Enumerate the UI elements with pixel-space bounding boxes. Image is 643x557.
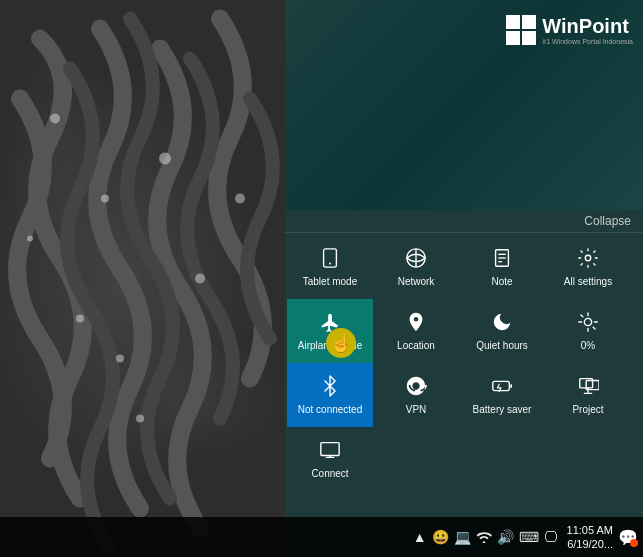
svg-point-18 xyxy=(584,318,591,325)
taskview-icon[interactable]: 🖵 xyxy=(544,529,558,545)
top-area: WinPoint #1 Windows Portal Indonesia xyxy=(285,0,643,210)
svg-point-3 xyxy=(76,315,84,323)
tiles-area: Tablet mode Network Note A xyxy=(285,233,643,557)
svg-line-21 xyxy=(581,314,583,316)
logo-text: WinPoint #1 Windows Portal Indonesia xyxy=(542,15,633,45)
tile-brightness-label: 0% xyxy=(581,340,595,352)
network-signal-icon[interactable] xyxy=(476,529,492,546)
bluetooth-icon xyxy=(319,375,341,400)
network-icon xyxy=(405,247,427,272)
tile-project[interactable]: Project xyxy=(545,363,631,427)
logo-squares-icon xyxy=(506,15,536,45)
sun-icon xyxy=(577,311,599,336)
notification-button[interactable]: 💬 xyxy=(618,528,638,547)
tile-vpn-label: VPN xyxy=(406,404,427,416)
cursor-hand-overlay: ☝ xyxy=(326,328,356,358)
tile-note-label: Note xyxy=(491,276,512,288)
moon-icon xyxy=(491,311,513,336)
tile-battery-saver-label: Battery saver xyxy=(473,404,532,416)
clock[interactable]: 11:05 AM 6/19/20... xyxy=(563,523,613,552)
svg-point-17 xyxy=(585,255,591,261)
tile-tablet-mode-label: Tablet mode xyxy=(303,276,357,288)
svg-point-7 xyxy=(27,236,33,242)
speaker-icon[interactable]: 🔊 xyxy=(497,529,514,545)
svg-point-6 xyxy=(235,194,245,204)
svg-rect-30 xyxy=(321,442,339,455)
tile-connect[interactable]: Connect xyxy=(287,427,373,491)
logo-point-text: Point xyxy=(579,15,629,38)
action-center: WinPoint #1 Windows Portal Indonesia Col… xyxy=(285,0,643,557)
svg-point-4 xyxy=(195,274,205,284)
tiles-row-4: Connect xyxy=(287,427,641,491)
smiley-icon[interactable]: 😀 xyxy=(432,529,449,545)
tile-tablet-mode[interactable]: Tablet mode xyxy=(287,235,373,299)
keyboard-icon[interactable]: ⌨ xyxy=(519,529,539,545)
tile-location-label: Location xyxy=(397,340,435,352)
svg-rect-25 xyxy=(493,381,510,390)
project-icon xyxy=(577,375,599,400)
tile-vpn[interactable]: VPN xyxy=(373,363,459,427)
note-icon xyxy=(491,247,513,272)
tiles-row-2: ☝ Airplane mode Location Quiet hours xyxy=(287,299,641,363)
date-display: 6/19/20... xyxy=(567,537,613,551)
svg-point-2 xyxy=(159,153,171,165)
tablet-icon xyxy=(319,247,341,272)
tile-quiet-hours-label: Quiet hours xyxy=(476,340,528,352)
tile-connect-label: Connect xyxy=(311,468,348,480)
tile-project-label: Project xyxy=(572,404,603,416)
collapse-button[interactable]: Collapse xyxy=(584,214,631,228)
svg-point-1 xyxy=(101,195,109,203)
notification-badge xyxy=(630,539,638,547)
logo-win-text: Win xyxy=(542,15,578,38)
svg-point-0 xyxy=(50,114,60,124)
tiles-row-3: Not connected VPN Battery saver xyxy=(287,363,641,427)
tile-all-settings-label: All settings xyxy=(564,276,612,288)
tile-network[interactable]: Network xyxy=(373,235,459,299)
tile-airplane-mode[interactable]: ☝ Airplane mode xyxy=(287,299,373,363)
collapse-bar: Collapse xyxy=(285,210,643,233)
wallpaper xyxy=(0,0,285,557)
tile-bluetooth[interactable]: Not connected xyxy=(287,363,373,427)
svg-point-5 xyxy=(136,415,144,423)
logo-tagline: #1 Windows Portal Indonesia xyxy=(542,38,633,45)
vpn-icon xyxy=(405,375,427,400)
chevron-up-icon[interactable]: ▲ xyxy=(413,529,427,545)
settings-icon xyxy=(577,247,599,272)
svg-line-22 xyxy=(593,327,595,329)
location-icon xyxy=(405,311,427,336)
tile-all-settings[interactable]: All settings xyxy=(545,235,631,299)
tile-note[interactable]: Note xyxy=(459,235,545,299)
tile-brightness[interactable]: 0% xyxy=(545,299,631,363)
winpoint-logo: WinPoint #1 Windows Portal Indonesia xyxy=(506,15,633,45)
tile-quiet-hours[interactable]: Quiet hours xyxy=(459,299,545,363)
svg-point-8 xyxy=(116,355,124,363)
time-display: 11:05 AM xyxy=(567,523,613,537)
taskbar: ▲ 😀 💻 🔊 ⌨ 🖵 11:05 AM 6/19/20... 💬 xyxy=(0,517,643,557)
tile-location[interactable]: Location xyxy=(373,299,459,363)
tile-network-label: Network xyxy=(398,276,435,288)
tiles-row-1: Tablet mode Network Note A xyxy=(287,235,641,299)
battery-icon xyxy=(491,375,513,400)
tile-battery-saver[interactable]: Battery saver xyxy=(459,363,545,427)
tile-bluetooth-label: Not connected xyxy=(298,404,363,416)
wallpaper-art xyxy=(0,0,285,557)
connect-icon xyxy=(319,439,341,464)
taskbar-system-icons: ▲ 😀 💻 🔊 ⌨ 🖵 11:05 AM 6/19/20... 💬 xyxy=(413,523,638,552)
device-icon[interactable]: 💻 xyxy=(454,529,471,545)
